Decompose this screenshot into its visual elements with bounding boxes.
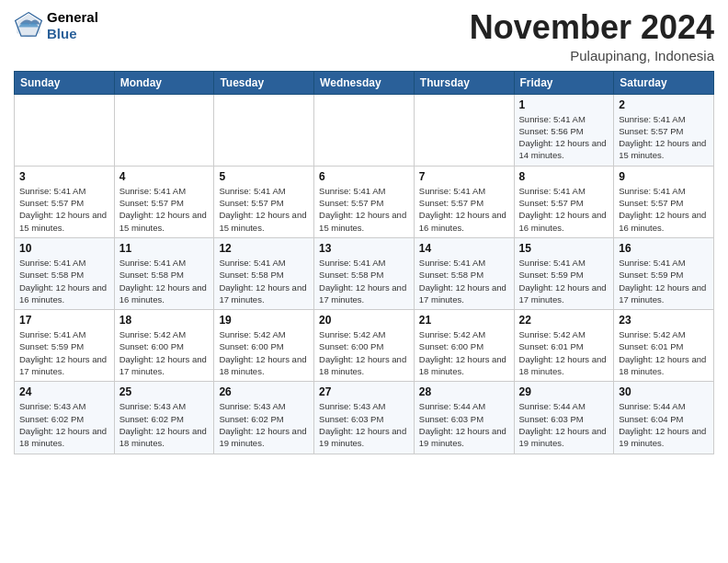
- calendar-week-row: 10Sunrise: 5:41 AM Sunset: 5:58 PM Dayli…: [15, 237, 714, 309]
- location: Pulaupinang, Indonesia: [470, 48, 714, 63]
- calendar-cell: 30Sunrise: 5:44 AM Sunset: 6:04 PM Dayli…: [614, 382, 714, 454]
- calendar-cell: 7Sunrise: 5:41 AM Sunset: 5:57 PM Daylig…: [414, 166, 514, 237]
- day-number: 7: [419, 170, 509, 183]
- calendar-body: 1Sunrise: 5:41 AM Sunset: 5:56 PM Daylig…: [15, 94, 714, 454]
- calendar-cell: [314, 94, 415, 166]
- logo-line1: General: [47, 9, 98, 26]
- calendar-week-row: 24Sunrise: 5:43 AM Sunset: 6:02 PM Dayli…: [15, 382, 714, 454]
- day-info: Sunrise: 5:43 AM Sunset: 6:02 PM Dayligh…: [119, 400, 210, 449]
- calendar-cell: 2Sunrise: 5:41 AM Sunset: 5:57 PM Daylig…: [614, 94, 714, 166]
- day-info: Sunrise: 5:43 AM Sunset: 6:02 PM Dayligh…: [19, 400, 109, 449]
- header: General Blue November 2024 Pulaupinang, …: [14, 9, 714, 63]
- day-info: Sunrise: 5:42 AM Sunset: 6:00 PM Dayligh…: [119, 328, 210, 377]
- day-number: 4: [119, 170, 210, 183]
- weekday-row: Sunday Monday Tuesday Wednesday Thursday…: [15, 71, 714, 94]
- col-sunday: Sunday: [15, 71, 115, 94]
- day-info: Sunrise: 5:41 AM Sunset: 5:57 PM Dayligh…: [519, 185, 609, 234]
- day-info: Sunrise: 5:41 AM Sunset: 5:58 PM Dayligh…: [119, 257, 210, 305]
- day-number: 22: [519, 314, 609, 327]
- col-tuesday: Tuesday: [214, 71, 314, 94]
- calendar-cell: 25Sunrise: 5:43 AM Sunset: 6:02 PM Dayli…: [114, 382, 214, 454]
- calendar-cell: 12Sunrise: 5:41 AM Sunset: 5:58 PM Dayli…: [214, 237, 314, 309]
- calendar-cell: 29Sunrise: 5:44 AM Sunset: 6:03 PM Dayli…: [514, 382, 614, 454]
- day-number: 25: [119, 385, 210, 398]
- day-number: 3: [19, 170, 109, 183]
- calendar-cell: 22Sunrise: 5:42 AM Sunset: 6:01 PM Dayli…: [514, 310, 614, 382]
- calendar-cell: 26Sunrise: 5:43 AM Sunset: 6:02 PM Dayli…: [214, 382, 314, 454]
- calendar-cell: [214, 94, 314, 166]
- calendar-cell: 5Sunrise: 5:41 AM Sunset: 5:57 PM Daylig…: [214, 166, 314, 237]
- day-info: Sunrise: 5:43 AM Sunset: 6:03 PM Dayligh…: [319, 400, 409, 449]
- calendar-cell: 20Sunrise: 5:42 AM Sunset: 6:00 PM Dayli…: [314, 310, 415, 382]
- day-info: Sunrise: 5:44 AM Sunset: 6:04 PM Dayligh…: [619, 400, 709, 449]
- day-number: 18: [119, 314, 210, 327]
- day-info: Sunrise: 5:41 AM Sunset: 5:57 PM Dayligh…: [19, 185, 109, 234]
- col-thursday: Thursday: [414, 71, 514, 94]
- day-info: Sunrise: 5:44 AM Sunset: 6:03 PM Dayligh…: [419, 400, 509, 449]
- day-number: 6: [319, 170, 409, 183]
- day-info: Sunrise: 5:41 AM Sunset: 5:58 PM Dayligh…: [19, 257, 109, 305]
- logo-line2: Blue: [47, 26, 98, 42]
- day-info: Sunrise: 5:42 AM Sunset: 6:01 PM Dayligh…: [619, 328, 709, 377]
- day-number: 27: [319, 385, 409, 398]
- day-info: Sunrise: 5:41 AM Sunset: 5:57 PM Dayligh…: [119, 185, 210, 234]
- day-number: 1: [519, 98, 609, 111]
- calendar-week-row: 1Sunrise: 5:41 AM Sunset: 5:56 PM Daylig…: [15, 94, 714, 166]
- col-wednesday: Wednesday: [314, 71, 415, 94]
- calendar-cell: 6Sunrise: 5:41 AM Sunset: 5:57 PM Daylig…: [314, 166, 415, 237]
- calendar-cell: 19Sunrise: 5:42 AM Sunset: 6:00 PM Dayli…: [214, 310, 314, 382]
- day-info: Sunrise: 5:41 AM Sunset: 5:57 PM Dayligh…: [619, 185, 709, 234]
- col-friday: Friday: [514, 71, 614, 94]
- day-info: Sunrise: 5:42 AM Sunset: 6:00 PM Dayligh…: [419, 328, 509, 377]
- day-info: Sunrise: 5:41 AM Sunset: 5:57 PM Dayligh…: [319, 185, 409, 234]
- col-saturday: Saturday: [614, 71, 714, 94]
- day-info: Sunrise: 5:42 AM Sunset: 6:00 PM Dayligh…: [219, 328, 309, 377]
- day-number: 11: [119, 242, 210, 255]
- day-info: Sunrise: 5:42 AM Sunset: 6:00 PM Dayligh…: [319, 328, 409, 377]
- day-number: 20: [319, 314, 409, 327]
- calendar-cell: 1Sunrise: 5:41 AM Sunset: 5:56 PM Daylig…: [514, 94, 614, 166]
- calendar-cell: 9Sunrise: 5:41 AM Sunset: 5:57 PM Daylig…: [614, 166, 714, 237]
- calendar-cell: 17Sunrise: 5:41 AM Sunset: 5:59 PM Dayli…: [15, 310, 115, 382]
- day-number: 19: [219, 314, 309, 327]
- calendar-cell: [414, 94, 514, 166]
- col-monday: Monday: [114, 71, 214, 94]
- calendar-week-row: 17Sunrise: 5:41 AM Sunset: 5:59 PM Dayli…: [15, 310, 714, 382]
- day-number: 8: [519, 170, 609, 183]
- calendar-cell: 28Sunrise: 5:44 AM Sunset: 6:03 PM Dayli…: [414, 382, 514, 454]
- day-info: Sunrise: 5:44 AM Sunset: 6:03 PM Dayligh…: [519, 400, 609, 449]
- logo-icon: [14, 11, 43, 40]
- calendar: Sunday Monday Tuesday Wednesday Thursday…: [14, 71, 714, 454]
- day-number: 14: [419, 242, 509, 255]
- calendar-cell: 11Sunrise: 5:41 AM Sunset: 5:58 PM Dayli…: [114, 237, 214, 309]
- day-info: Sunrise: 5:42 AM Sunset: 6:01 PM Dayligh…: [519, 328, 609, 377]
- day-info: Sunrise: 5:41 AM Sunset: 5:59 PM Dayligh…: [619, 257, 709, 305]
- day-number: 12: [219, 242, 309, 255]
- calendar-cell: 18Sunrise: 5:42 AM Sunset: 6:00 PM Dayli…: [114, 310, 214, 382]
- calendar-cell: 23Sunrise: 5:42 AM Sunset: 6:01 PM Dayli…: [614, 310, 714, 382]
- page: General Blue November 2024 Pulaupinang, …: [0, 0, 728, 468]
- day-number: 16: [619, 242, 709, 255]
- calendar-cell: 14Sunrise: 5:41 AM Sunset: 5:58 PM Dayli…: [414, 237, 514, 309]
- day-number: 2: [619, 98, 709, 111]
- calendar-cell: [114, 94, 214, 166]
- day-number: 24: [19, 385, 109, 398]
- day-info: Sunrise: 5:41 AM Sunset: 5:59 PM Dayligh…: [519, 257, 609, 305]
- day-number: 21: [419, 314, 509, 327]
- day-number: 10: [19, 242, 109, 255]
- day-info: Sunrise: 5:41 AM Sunset: 5:57 PM Dayligh…: [619, 113, 709, 162]
- calendar-cell: 10Sunrise: 5:41 AM Sunset: 5:58 PM Dayli…: [15, 237, 115, 309]
- calendar-cell: 21Sunrise: 5:42 AM Sunset: 6:00 PM Dayli…: [414, 310, 514, 382]
- day-number: 26: [219, 385, 309, 398]
- calendar-cell: 3Sunrise: 5:41 AM Sunset: 5:57 PM Daylig…: [15, 166, 115, 237]
- day-number: 17: [19, 314, 109, 327]
- day-number: 30: [619, 385, 709, 398]
- day-number: 13: [319, 242, 409, 255]
- month-title: November 2024: [470, 9, 714, 46]
- day-number: 28: [419, 385, 509, 398]
- day-info: Sunrise: 5:41 AM Sunset: 5:58 PM Dayligh…: [219, 257, 309, 305]
- calendar-header: Sunday Monday Tuesday Wednesday Thursday…: [15, 71, 714, 94]
- calendar-cell: 16Sunrise: 5:41 AM Sunset: 5:59 PM Dayli…: [614, 237, 714, 309]
- calendar-week-row: 3Sunrise: 5:41 AM Sunset: 5:57 PM Daylig…: [15, 166, 714, 237]
- calendar-cell: 13Sunrise: 5:41 AM Sunset: 5:58 PM Dayli…: [314, 237, 415, 309]
